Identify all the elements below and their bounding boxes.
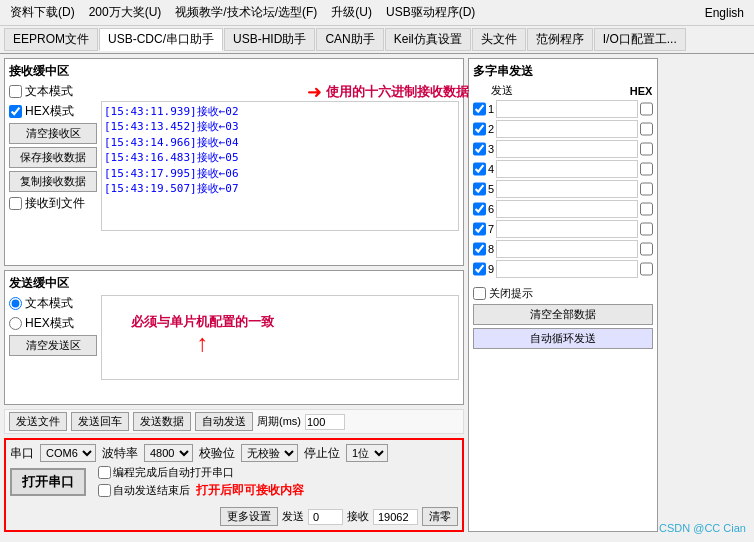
tab-eeprom[interactable]: EEPROM文件 — [4, 28, 98, 51]
multi-input-5[interactable] — [496, 180, 638, 198]
menu-prize[interactable]: 200万大奖(U) — [83, 2, 168, 23]
recv-stat-label: 接收 — [347, 509, 369, 524]
check-select[interactable]: 无校验 — [241, 444, 298, 462]
multi-hex-6[interactable] — [640, 202, 653, 216]
multi-hex-8[interactable] — [640, 242, 653, 256]
send-textarea[interactable] — [101, 295, 459, 380]
tab-usb-hid[interactable]: USB-HID助手 — [224, 28, 315, 51]
tab-header[interactable]: 头文件 — [472, 28, 526, 51]
send-text-mode-radio[interactable] — [9, 297, 22, 310]
multi-cb-4[interactable] — [473, 162, 486, 176]
receive-log[interactable]: [15:43:11.939]接收←02 [15:43:13.452]接收←03 … — [101, 101, 459, 231]
multi-num-6: 6 — [488, 203, 494, 215]
auto-open-row: 编程完成后自动打开串口 — [98, 465, 304, 480]
hex-mode-cb[interactable] — [9, 105, 22, 118]
tab-examples[interactable]: 范例程序 — [527, 28, 593, 51]
multi-cb-1[interactable] — [473, 102, 486, 116]
multi-send-rows: 1 2 3 4 — [473, 100, 653, 280]
auto-loop-btn[interactable]: 自动循环发送 — [473, 328, 653, 349]
multi-send-section: 多字串发送 发送 HEX 1 2 — [468, 58, 658, 532]
multi-send-title: 多字串发送 — [473, 63, 533, 80]
menu-upgrade[interactable]: 升级(U) — [325, 2, 378, 23]
multi-num-4: 4 — [488, 163, 494, 175]
hex-mode-label: HEX模式 — [25, 103, 74, 120]
multi-hex-7[interactable] — [640, 222, 653, 236]
multi-num-7: 7 — [488, 223, 494, 235]
more-settings-btn[interactable]: 更多设置 — [220, 507, 278, 526]
copy-receive-btn[interactable]: 复制接收数据 — [9, 171, 97, 192]
auto-open-cb[interactable] — [98, 466, 111, 479]
close-hint-label: 关闭提示 — [489, 286, 533, 301]
tabbar: EEPROM文件 USB-CDC/串口助手 USB-HID助手 CAN助手 Ke… — [0, 26, 754, 54]
multi-input-4[interactable] — [496, 160, 638, 178]
stop-select[interactable]: 1位 — [346, 444, 388, 462]
multi-row-1: 1 — [473, 100, 653, 118]
tab-io[interactable]: I/O口配置工... — [594, 28, 686, 51]
port-label: 串口 — [10, 445, 34, 462]
send-hex-mode-radio[interactable] — [9, 317, 22, 330]
menu-download[interactable]: 资料下载(D) — [4, 2, 81, 23]
multi-cb-3[interactable] — [473, 142, 486, 156]
multi-hex-9[interactable] — [640, 262, 653, 276]
multi-input-2[interactable] — [496, 120, 638, 138]
receive-file-cb[interactable] — [9, 197, 22, 210]
clear-send-btn[interactable]: 清空发送区 — [9, 335, 97, 356]
close-hint-cb[interactable] — [473, 287, 486, 300]
auto-send-cb[interactable] — [98, 484, 111, 497]
send-loop-btn[interactable]: 发送回车 — [71, 412, 129, 431]
clear-stat-btn[interactable]: 清零 — [422, 507, 458, 526]
watermark: CSDN @CC Cian — [659, 522, 746, 534]
multi-cb-2[interactable] — [473, 122, 486, 136]
tab-usb-cdc[interactable]: USB-CDC/串口助手 — [99, 28, 223, 51]
file-cb-row: 接收到文件 — [9, 195, 97, 212]
menu-usb[interactable]: USB驱动程序(D) — [380, 2, 481, 23]
multi-cb-7[interactable] — [473, 222, 486, 236]
multi-input-7[interactable] — [496, 220, 638, 238]
menu-video[interactable]: 视频教学/技术论坛/选型(F) — [169, 2, 323, 23]
send-file-btn[interactable]: 发送文件 — [9, 412, 67, 431]
multi-hex-5[interactable] — [640, 182, 653, 196]
open-port-btn[interactable]: 打开串口 — [10, 468, 86, 496]
multi-num-3: 3 — [488, 143, 494, 155]
send-text-mode-label: 文本模式 — [25, 295, 73, 312]
multi-input-3[interactable] — [496, 140, 638, 158]
menu-english[interactable]: English — [699, 4, 750, 22]
clear-receive-btn[interactable]: 清空接收区 — [9, 123, 97, 144]
multi-input-9[interactable] — [496, 260, 638, 278]
multi-hex-4[interactable] — [640, 162, 653, 176]
multi-cb-8[interactable] — [473, 242, 486, 256]
text-mode-cb[interactable] — [9, 85, 22, 98]
port-select[interactable]: COM6 — [40, 444, 96, 462]
multi-hex-2[interactable] — [640, 122, 653, 136]
clear-all-btn[interactable]: 清空全部数据 — [473, 304, 653, 325]
tab-can[interactable]: CAN助手 — [316, 28, 383, 51]
multi-cb-9[interactable] — [473, 262, 486, 276]
multi-input-8[interactable] — [496, 240, 638, 258]
main-area: 接收缓中区 文本模式 HEX模式 清空接收区 保存接收数据 复制接收数据 — [0, 54, 754, 536]
multi-cb-6[interactable] — [473, 202, 486, 216]
multi-send-col-label: 发送 — [491, 83, 629, 98]
multi-input-1[interactable] — [496, 100, 638, 118]
save-receive-btn[interactable]: 保存接收数据 — [9, 147, 97, 168]
tab-keil[interactable]: Keil仿真设置 — [385, 28, 471, 51]
send-hex-mode-row: HEX模式 — [9, 315, 97, 332]
baud-label: 波特率 — [102, 445, 138, 462]
multi-row-2: 2 — [473, 120, 653, 138]
baud-select[interactable]: 4800 — [144, 444, 193, 462]
multi-num-2: 2 — [488, 123, 494, 135]
send-stat-label: 发送 — [282, 509, 304, 524]
multi-cb-5[interactable] — [473, 182, 486, 196]
send-toolbar: 发送文件 发送回车 发送数据 自动发送 周期(ms) — [4, 409, 464, 434]
send-stat-value: 0 — [308, 509, 343, 525]
multi-row-4: 4 — [473, 160, 653, 178]
log-line-3: [15:43:14.966]接收←04 — [104, 135, 456, 150]
send-data-btn[interactable]: 发送数据 — [133, 412, 191, 431]
multi-num-5: 5 — [488, 183, 494, 195]
multi-hex-1[interactable] — [640, 102, 653, 116]
receive-annotation: 使用的十六进制接收数据 — [326, 83, 469, 101]
multi-input-6[interactable] — [496, 200, 638, 218]
period-input[interactable] — [305, 414, 345, 430]
receive-file-label: 接收到文件 — [25, 195, 85, 212]
multi-hex-3[interactable] — [640, 142, 653, 156]
send-auto-btn[interactable]: 自动发送 — [195, 412, 253, 431]
